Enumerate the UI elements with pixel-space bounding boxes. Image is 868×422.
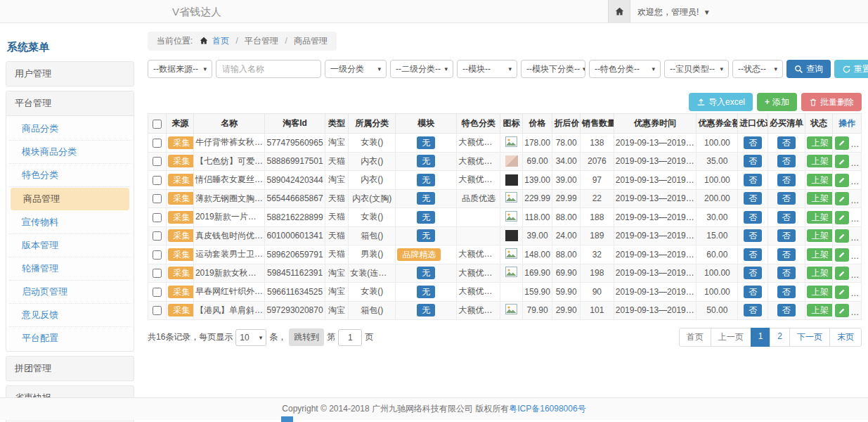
import-excel-button[interactable]: 导入excel [689, 93, 753, 111]
pager-item[interactable]: 2 [770, 328, 790, 347]
import-select-toggle[interactable]: 否 [744, 267, 762, 279]
import-select-toggle[interactable]: 否 [744, 174, 762, 186]
must-buy-toggle[interactable]: 否 [777, 267, 796, 279]
batch-delete-button[interactable]: 批量删除 [801, 93, 862, 111]
module-badge[interactable]: 无 [417, 304, 435, 316]
import-select-toggle[interactable]: 否 [744, 248, 762, 261]
must-buy-toggle[interactable]: 否 [777, 304, 796, 316]
must-buy-toggle[interactable]: 否 [777, 211, 796, 224]
pager-item[interactable]: 首页 [679, 328, 711, 347]
status-button[interactable]: 上架 [807, 267, 833, 279]
sidebar-item-version-management[interactable]: 版本管理 [9, 234, 131, 257]
row-checkbox[interactable] [153, 231, 162, 241]
row-checkbox[interactable] [153, 288, 162, 297]
breadcrumb-home-link[interactable]: 首页 [212, 36, 229, 46]
icp-link[interactable]: 粤ICP备16098006号 [509, 403, 585, 415]
per-page-select[interactable]: 10▾ [235, 329, 266, 346]
module-badge[interactable]: 无 [417, 136, 435, 149]
module-badge[interactable]: 无 [417, 155, 435, 167]
edit-button[interactable] [835, 136, 849, 150]
module-badge[interactable]: 品牌精选 [397, 248, 441, 261]
import-select-toggle[interactable]: 否 [744, 229, 762, 242]
row-checkbox[interactable] [153, 194, 162, 203]
import-select-toggle[interactable]: 否 [744, 192, 762, 205]
pager-item[interactable]: 1 [751, 328, 771, 347]
import-select-toggle[interactable]: 否 [744, 136, 762, 149]
status-button[interactable]: 上架 [807, 174, 833, 186]
edit-button[interactable] [835, 267, 849, 280]
status-button[interactable]: 上架 [807, 211, 833, 224]
row-checkbox[interactable] [153, 157, 162, 166]
pager-item[interactable]: 下一页 [789, 328, 830, 347]
import-select-toggle[interactable]: 否 [744, 286, 762, 298]
jump-button[interactable]: 跳转到 [289, 328, 324, 346]
pager-item[interactable]: 末页 [829, 328, 862, 347]
edit-button[interactable] [835, 211, 849, 224]
reset-button[interactable]: 重置 [834, 60, 868, 78]
row-checkbox[interactable] [153, 269, 162, 278]
row-checkbox[interactable] [153, 306, 162, 315]
must-buy-toggle[interactable]: 否 [777, 136, 796, 149]
must-buy-toggle[interactable]: 否 [777, 286, 796, 298]
status-button[interactable]: 上架 [807, 248, 833, 261]
row-checkbox[interactable] [153, 176, 162, 185]
import-select-toggle[interactable]: 否 [744, 155, 762, 167]
module-badge[interactable]: 无 [417, 174, 435, 186]
add-button[interactable]: +添加 [757, 93, 797, 111]
sidebar-item-platform-management[interactable]: 平台管理 [6, 91, 134, 116]
data-source-select[interactable]: --数据来源--▾ [148, 60, 212, 78]
page-number-input[interactable] [338, 329, 362, 346]
must-buy-toggle[interactable]: 否 [777, 155, 796, 167]
sidebar-item-group-buy-management[interactable]: 拼团管理 [6, 356, 134, 381]
row-checkbox[interactable] [153, 250, 162, 260]
user-menu[interactable]: 欢迎您，管理员! ▼ [637, 6, 711, 18]
select-all-checkbox[interactable] [153, 120, 162, 129]
must-buy-toggle[interactable]: 否 [777, 174, 796, 186]
level1-category-select[interactable]: 一级分类▾ [325, 60, 387, 78]
module-badge[interactable]: 无 [417, 192, 435, 205]
row-checkbox[interactable] [153, 139, 162, 148]
must-buy-toggle[interactable]: 否 [777, 248, 796, 261]
level2-category-select[interactable]: --二级分类--▾ [390, 60, 453, 78]
module-badge[interactable]: 无 [417, 229, 435, 242]
row-checkbox[interactable] [153, 213, 162, 222]
status-button[interactable]: 上架 [807, 136, 833, 149]
module-badge[interactable]: 无 [417, 211, 435, 224]
sidebar-item-platform-config[interactable]: 平台配置 [9, 327, 131, 350]
must-buy-toggle[interactable]: 否 [777, 229, 796, 242]
status-button[interactable]: 上架 [807, 192, 833, 205]
sidebar-item-carousel-management[interactable]: 轮播管理 [9, 257, 131, 281]
name-input[interactable] [216, 60, 321, 78]
feature-category-select[interactable]: --特色分类--▾ [589, 60, 661, 78]
import-select-toggle[interactable]: 否 [744, 304, 762, 316]
edit-button[interactable] [835, 286, 849, 299]
status-select[interactable]: --状态--▾ [732, 60, 783, 78]
edit-button[interactable] [835, 229, 849, 243]
import-select-toggle[interactable]: 否 [744, 211, 762, 224]
module-select[interactable]: --模块--▾ [457, 60, 517, 78]
edit-button[interactable] [835, 304, 849, 317]
pager-item[interactable]: 上一页 [711, 328, 751, 347]
status-button[interactable]: 上架 [807, 229, 833, 242]
sidebar-item-feature-category[interactable]: 特色分类 [9, 164, 131, 187]
sidebar-item-promo-materials[interactable]: 宣传物料 [9, 211, 131, 234]
status-button[interactable]: 上架 [807, 155, 833, 167]
sidebar-item-product-management[interactable]: 商品管理 [11, 188, 129, 210]
sidebar-item-module-product-category[interactable]: 模块商品分类 [9, 141, 131, 164]
item-type-select[interactable]: --宝贝类型--▾ [664, 60, 729, 78]
status-button[interactable]: 上架 [807, 286, 833, 298]
edit-button[interactable] [835, 192, 849, 205]
edit-button[interactable] [835, 155, 849, 168]
sidebar-item-user-management[interactable]: 用户管理 [6, 61, 134, 87]
sidebar-item-feedback[interactable]: 意见反馈 [9, 304, 131, 327]
status-button[interactable]: 上架 [807, 304, 833, 316]
home-button[interactable] [608, 0, 630, 23]
must-buy-toggle[interactable]: 否 [777, 192, 796, 205]
module-badge[interactable]: 无 [417, 267, 435, 279]
sidebar-item-splash-page-management[interactable]: 启动页管理 [9, 281, 131, 304]
edit-button[interactable] [835, 248, 849, 262]
search-button[interactable]: 查询 [786, 60, 831, 78]
edit-button[interactable] [835, 174, 849, 187]
sidebar-item-product-category[interactable]: 商品分类 [9, 117, 131, 141]
module-badge[interactable]: 无 [417, 286, 435, 298]
